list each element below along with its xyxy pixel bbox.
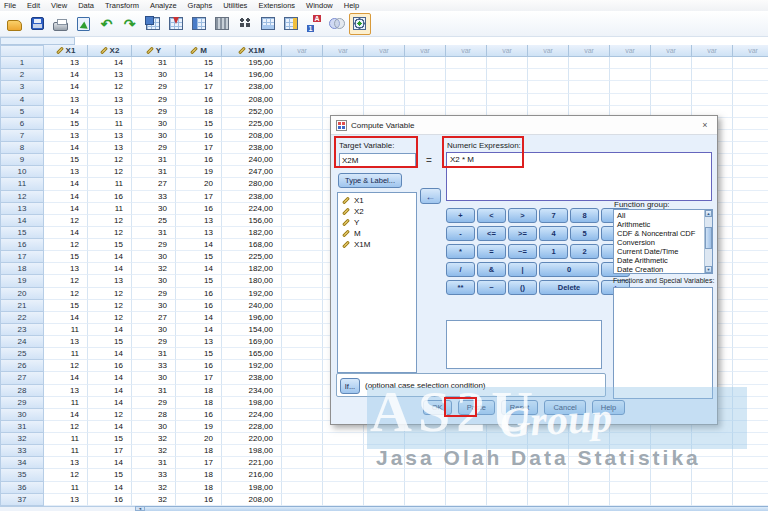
data-cell[interactable] (323, 433, 364, 445)
data-cell[interactable] (282, 445, 323, 457)
data-cell[interactable]: 29 (132, 142, 176, 154)
row-header[interactable]: 9 (0, 154, 44, 166)
data-cell[interactable]: 12 (88, 227, 132, 239)
data-cell[interactable] (528, 57, 569, 69)
data-cell[interactable]: 19 (176, 166, 222, 178)
data-cell[interactable]: 16 (176, 130, 222, 142)
data-cell[interactable]: 238,00 (222, 372, 282, 384)
print-icon[interactable] (50, 13, 72, 35)
data-cell[interactable] (364, 433, 405, 445)
data-cell[interactable] (733, 494, 768, 506)
data-cell[interactable] (733, 142, 768, 154)
data-cell[interactable]: 15 (176, 57, 222, 69)
data-cell[interactable]: 11 (88, 118, 132, 130)
data-cell[interactable] (282, 118, 323, 130)
data-cell[interactable] (282, 348, 323, 360)
data-cell[interactable] (487, 433, 528, 445)
data-cell[interactable] (446, 69, 487, 81)
data-cell[interactable]: 13 (44, 336, 88, 348)
data-cell[interactable]: 228,00 (222, 421, 282, 433)
data-cell[interactable]: 17 (176, 81, 222, 93)
data-cell[interactable] (733, 106, 768, 118)
data-cell[interactable] (282, 494, 323, 506)
data-cell[interactable]: 14 (88, 263, 132, 275)
data-cell[interactable]: 13 (44, 130, 88, 142)
data-cell[interactable] (692, 482, 733, 494)
recall-dialogs-icon[interactable] (73, 13, 95, 35)
insert-variable-icon[interactable] (280, 13, 302, 35)
data-cell[interactable]: 208,00 (222, 494, 282, 506)
data-cell[interactable]: 31 (132, 227, 176, 239)
row-header[interactable]: 28 (0, 385, 44, 397)
data-cell[interactable]: 247,00 (222, 166, 282, 178)
data-cell[interactable]: 15 (88, 239, 132, 251)
data-cell[interactable]: 17 (176, 372, 222, 384)
button-ok[interactable]: OK (423, 400, 452, 415)
data-cell[interactable]: 12 (88, 312, 132, 324)
data-cell[interactable] (569, 494, 610, 506)
data-cell[interactable] (610, 457, 651, 469)
data-cell[interactable] (610, 494, 651, 506)
row-header[interactable]: 30 (0, 409, 44, 421)
data-cell[interactable]: 30 (132, 130, 176, 142)
variable-item-x1m[interactable]: X1M (338, 239, 416, 250)
row-header[interactable]: 16 (0, 239, 44, 251)
data-cell[interactable] (733, 94, 768, 106)
scroll-left-icon[interactable]: ◄ (135, 506, 145, 511)
data-cell[interactable] (733, 469, 768, 481)
data-cell[interactable]: 29 (132, 106, 176, 118)
variable-item-x1[interactable]: X1 (338, 195, 416, 206)
data-cell[interactable]: 225,00 (222, 118, 282, 130)
find-icon[interactable] (234, 13, 256, 35)
key-+[interactable]: + (446, 208, 475, 223)
data-cell[interactable] (610, 445, 651, 457)
data-cell[interactable] (733, 482, 768, 494)
key-=[interactable]: = (477, 244, 506, 259)
data-cell[interactable]: 13 (88, 142, 132, 154)
data-cell[interactable]: 16 (176, 300, 222, 312)
data-cell[interactable]: 30 (132, 421, 176, 433)
goto-variable-icon[interactable] (165, 13, 187, 35)
data-cell[interactable] (405, 494, 446, 506)
data-cell[interactable] (733, 445, 768, 457)
data-cell[interactable]: 208,00 (222, 130, 282, 142)
data-cell[interactable]: 12 (88, 81, 132, 93)
data-cell[interactable] (692, 494, 733, 506)
data-cell[interactable]: 29 (132, 288, 176, 300)
data-cell[interactable]: 14 (88, 348, 132, 360)
data-cell[interactable] (651, 494, 692, 506)
data-cell[interactable]: 13 (44, 94, 88, 106)
data-cell[interactable]: 13 (176, 215, 222, 227)
data-cell[interactable] (733, 178, 768, 190)
menu-view[interactable]: View (51, 1, 67, 10)
row-header[interactable]: 7 (0, 130, 44, 142)
data-cell[interactable]: 33 (132, 360, 176, 372)
type-and-label-button[interactable]: Type & Label... (338, 173, 402, 188)
data-cell[interactable] (733, 409, 768, 421)
data-cell[interactable]: 240,00 (222, 300, 282, 312)
data-cell[interactable]: 13 (44, 457, 88, 469)
data-cell[interactable]: 11 (44, 445, 88, 457)
undo-icon[interactable] (96, 13, 118, 35)
menu-extensions[interactable]: Extensions (258, 1, 295, 10)
data-cell[interactable] (569, 69, 610, 81)
function-group-scrollbar[interactable]: ▲ ▼ (704, 210, 712, 273)
data-cell[interactable]: 180,00 (222, 275, 282, 287)
button-help[interactable]: Help (592, 400, 625, 415)
data-cell[interactable] (282, 469, 323, 481)
data-cell[interactable] (364, 482, 405, 494)
data-cell[interactable]: 12 (44, 239, 88, 251)
data-cell[interactable]: 182,00 (222, 227, 282, 239)
data-cell[interactable] (610, 94, 651, 106)
data-cell[interactable] (651, 469, 692, 481)
function-group-item[interactable]: All (614, 211, 712, 220)
data-cell[interactable] (528, 445, 569, 457)
function-group-list[interactable]: ▲ ▼ AllArithmeticCDF & Noncentral CDFCon… (613, 209, 713, 274)
scrollbar-thumb[interactable] (705, 227, 712, 249)
data-cell[interactable] (528, 494, 569, 506)
data-cell[interactable] (733, 239, 768, 251)
data-cell[interactable] (364, 69, 405, 81)
menu-transform[interactable]: Transform (105, 1, 139, 10)
data-cell[interactable] (323, 57, 364, 69)
data-cell[interactable]: 238,00 (222, 81, 282, 93)
